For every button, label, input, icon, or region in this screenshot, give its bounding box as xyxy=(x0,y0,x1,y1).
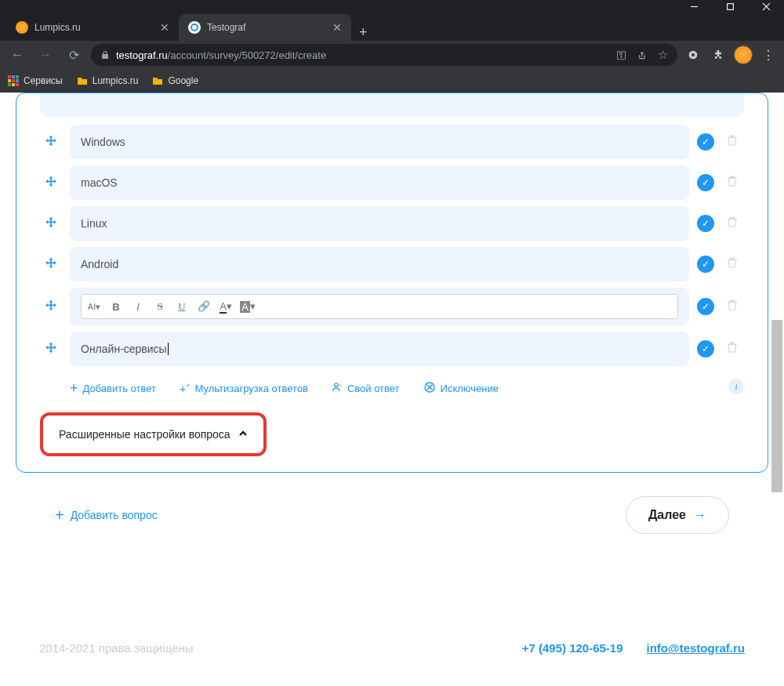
check-icon[interactable]: ✓ xyxy=(697,256,714,273)
svg-rect-10 xyxy=(12,79,15,82)
profile-avatar[interactable] xyxy=(734,45,753,64)
bookmark-star-icon[interactable]: ☆ xyxy=(658,48,668,62)
tb-strike-button[interactable]: S xyxy=(150,297,170,316)
footer-phone[interactable]: +7 (495) 120-65-19 xyxy=(522,641,623,655)
drag-handle-icon[interactable] xyxy=(40,299,62,314)
new-tab-button[interactable]: + xyxy=(351,24,376,41)
key-icon[interactable]: ⚿ xyxy=(616,49,626,61)
option-input[interactable]: Онлайн-сервисы xyxy=(70,332,689,366)
check-icon[interactable]: ✓ xyxy=(697,340,714,358)
favicon-icon xyxy=(16,21,28,34)
info-icon[interactable]: i xyxy=(728,379,744,394)
trash-icon[interactable] xyxy=(725,133,744,151)
folder-icon xyxy=(77,75,88,86)
drag-handle-icon[interactable] xyxy=(40,134,62,150)
bookmarks-bar: Сервисы Lumpics.ru Google xyxy=(0,69,784,93)
question-card: Windows ✓ macOS ✓ Linux ✓ Android ✓ xyxy=(16,93,768,473)
address-input[interactable]: testograf.ru/account/survey/500272/edit/… xyxy=(91,44,677,66)
tb-underline-button[interactable]: U xyxy=(172,297,192,316)
tb-link-button[interactable]: 🔗 xyxy=(194,297,214,316)
plus-icon: + xyxy=(70,380,78,397)
tb-ai-button[interactable]: AI▾ xyxy=(84,297,104,316)
option-input[interactable]: macOS xyxy=(70,165,689,200)
svg-rect-1 xyxy=(727,3,733,9)
page-actions: + Добавить вопрос Далее → xyxy=(16,473,768,557)
check-icon[interactable]: ✓ xyxy=(697,133,714,151)
trash-icon[interactable] xyxy=(725,340,744,358)
option-input[interactable]: Windows xyxy=(70,125,689,159)
trash-icon[interactable] xyxy=(725,298,744,315)
extensions-icon[interactable] xyxy=(684,45,702,64)
drag-handle-icon[interactable] xyxy=(40,216,62,231)
window-maximize[interactable] xyxy=(712,0,748,13)
nav-back-button[interactable]: ← xyxy=(6,44,28,66)
browser-tab-lumpics[interactable]: Lumpics.ru ✕ xyxy=(6,14,179,41)
svg-rect-12 xyxy=(8,83,11,86)
bookmark-google[interactable]: Google xyxy=(152,75,198,86)
advanced-settings-toggle[interactable]: Расширенные настройки вопроса xyxy=(40,412,267,456)
trash-icon[interactable] xyxy=(725,256,744,273)
window-minimize[interactable] xyxy=(676,0,712,13)
check-icon[interactable]: ✓ xyxy=(697,174,714,191)
svg-rect-13 xyxy=(12,83,15,86)
option-row-editing: AI▾ B I S U 🔗 A▾ A▾ ✓ xyxy=(16,288,768,325)
nav-forward-button[interactable]: → xyxy=(34,44,56,66)
svg-rect-8 xyxy=(16,75,19,78)
option-input[interactable]: Linux xyxy=(70,206,689,241)
lock-icon xyxy=(100,50,110,60)
option-input[interactable]: AI▾ B I S U 🔗 A▾ A▾ xyxy=(70,288,689,325)
svg-text:+: + xyxy=(339,383,342,387)
footer-email[interactable]: info@testograf.ru xyxy=(647,641,745,655)
close-icon[interactable]: ✕ xyxy=(160,21,169,34)
window-close[interactable] xyxy=(748,0,784,13)
check-icon[interactable]: ✓ xyxy=(697,215,714,232)
plus-icon: + xyxy=(55,506,64,524)
add-answer-link[interactable]: + Добавить ответ xyxy=(70,380,156,397)
svg-rect-11 xyxy=(16,79,19,82)
browser-addressbar: ← → ⟳ testograf.ru/account/survey/500272… xyxy=(0,41,784,69)
scrollbar-vertical[interactable] xyxy=(771,320,782,492)
trash-icon[interactable] xyxy=(725,215,744,232)
svg-rect-7 xyxy=(12,75,15,78)
page-content: Windows ✓ macOS ✓ Linux ✓ Android ✓ xyxy=(0,93,784,686)
tb-bgcolor-button[interactable]: A▾ xyxy=(238,297,258,316)
multi-plus-icon: ++ xyxy=(180,382,190,395)
tb-bold-button[interactable]: B xyxy=(106,297,126,316)
option-row: Android ✓ xyxy=(16,247,768,281)
close-icon[interactable]: ✕ xyxy=(332,21,342,34)
custom-answer-link[interactable]: + Свой ответ xyxy=(332,382,400,395)
browser-tab-testograf[interactable]: Testograf ✕ xyxy=(179,14,351,41)
multi-upload-link[interactable]: ++ Мультизагрузка ответов xyxy=(180,382,308,395)
option-row: Linux ✓ xyxy=(16,206,768,241)
menu-icon[interactable]: ⋮ xyxy=(759,45,778,64)
browser-tabbar: Lumpics.ru ✕ Testograf ✕ + xyxy=(0,13,784,41)
exclude-link[interactable]: Исключение xyxy=(423,381,499,396)
bookmark-services[interactable]: Сервисы xyxy=(8,75,63,86)
option-input[interactable]: Android xyxy=(70,247,689,281)
option-actions: + Добавить ответ ++ Мультизагрузка ответ… xyxy=(16,372,768,397)
add-question-link[interactable]: + Добавить вопрос xyxy=(55,506,158,524)
advanced-settings-section: Расширенные настройки вопроса xyxy=(40,412,744,456)
copyright-text: 2014-2021 права защищены xyxy=(39,641,194,655)
svg-rect-4 xyxy=(102,54,108,59)
drag-handle-icon[interactable] xyxy=(40,341,62,357)
tb-textcolor-button[interactable]: A▾ xyxy=(216,297,236,316)
share-icon[interactable] xyxy=(636,49,648,61)
check-icon[interactable]: ✓ xyxy=(697,298,714,315)
drag-handle-icon[interactable] xyxy=(40,175,62,191)
bookmark-lumpics[interactable]: Lumpics.ru xyxy=(77,75,139,86)
drag-handle-icon[interactable] xyxy=(40,256,62,272)
svg-rect-14 xyxy=(16,83,19,86)
url-path: /account/survey/500272/edit/create xyxy=(168,49,326,61)
favicon-icon xyxy=(188,21,201,34)
nav-reload-button[interactable]: ⟳ xyxy=(63,44,85,66)
apps-icon xyxy=(8,75,19,86)
chevron-up-icon xyxy=(238,428,248,441)
trash-icon[interactable] xyxy=(725,174,744,191)
url-domain: testograf.ru xyxy=(116,49,168,61)
page-footer: 2014-2021 права защищены +7 (495) 120-65… xyxy=(39,641,745,655)
extension-puzzle-icon[interactable] xyxy=(709,45,728,64)
question-header xyxy=(40,93,744,117)
next-button[interactable]: Далее → xyxy=(626,496,729,534)
tb-italic-button[interactable]: I xyxy=(128,297,148,316)
